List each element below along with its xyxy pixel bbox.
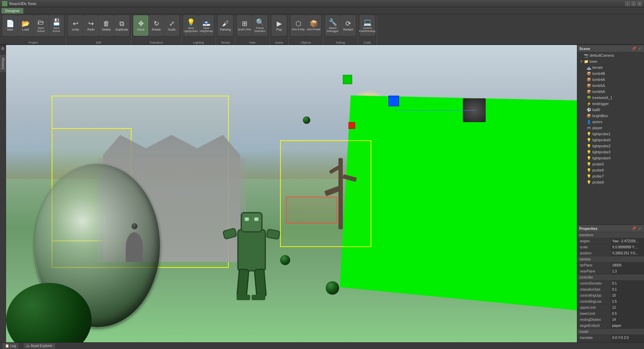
properties-panel-header: Properties 📌 ⤢ xyxy=(577,225,644,232)
town-node-icon: 📁 xyxy=(584,59,589,64)
prop-angles[interactable]: angles Yaw: -2.472209... xyxy=(577,238,644,244)
painting-button[interactable]: 🖌 Painting xyxy=(218,15,233,36)
prop-restingdistance[interactable]: restingDistanc 14 xyxy=(577,317,644,323)
tree-item-defaultcamera[interactable]: 📷 defaultCamera xyxy=(577,52,644,58)
redo-button[interactable]: ↪ Redo xyxy=(84,15,98,36)
tree-item-tomb4b[interactable]: 📦 tomb4B xyxy=(577,70,644,77)
tree-item-lightprobe3[interactable]: 💡 lightprobe3 xyxy=(577,149,644,155)
tree-item-probe6[interactable]: 💡 probe6 xyxy=(577,167,644,173)
tree-item-lightprobe2[interactable]: 💡 lightprobe2 xyxy=(577,143,644,149)
tree-item-brightbox[interactable]: 📦 brightBox xyxy=(577,113,644,119)
tree-item-actors[interactable]: 👤 actors xyxy=(577,119,644,125)
open-scene-button[interactable]: 🗁 Open Scene xyxy=(34,15,48,36)
small-figure xyxy=(126,232,143,262)
tree-item-probe8[interactable]: 💡 probe8 xyxy=(577,179,644,185)
testtrigger-node-icon: ⚡ xyxy=(587,102,591,106)
asset-explorer-tab[interactable]: 🗂 Asset Explorer xyxy=(24,343,55,348)
debug-buttons: 🔧 Attach Debugger ⟳ Restart xyxy=(325,15,356,36)
maximize-button[interactable]: □ xyxy=(631,1,636,6)
prop-position[interactable]: position X:2850.251 Y:6... xyxy=(577,250,644,256)
settings-vertical-tab[interactable]: Settings xyxy=(0,55,6,72)
frame-selection-button[interactable]: 🔍 Frame Selection xyxy=(253,15,267,36)
probe5-node-icon: 💡 xyxy=(587,162,591,166)
svg-rect-8 xyxy=(236,295,250,300)
rotate-button[interactable]: ↻ Rotate xyxy=(149,15,164,36)
robot-character xyxy=(212,182,291,319)
prop-targetentityid[interactable]: targetEntityId player xyxy=(577,323,644,329)
prop-controllinglower[interactable]: controllingLow 2.5 xyxy=(577,299,644,305)
props-expand-button[interactable]: ⤢ xyxy=(637,227,642,230)
load-button[interactable]: 📂 Load xyxy=(18,15,33,36)
prop-lowerlimit[interactable]: lowerLimit 6.5 xyxy=(577,311,644,317)
dark-sphere-1 xyxy=(303,116,310,124)
svg-rect-7 xyxy=(254,269,266,297)
minimize-button[interactable]: − xyxy=(625,1,630,6)
prop-upperlimit[interactable]: upperLimit 12 xyxy=(577,305,644,311)
tree-item-testtrigger[interactable]: ⚡ testtrigger xyxy=(577,101,644,107)
green-plane xyxy=(340,82,577,311)
new-button[interactable]: 📄 New xyxy=(3,15,17,36)
close-button[interactable]: × xyxy=(637,1,642,6)
prop-controllingupper[interactable]: controllingUpp 15 xyxy=(577,293,644,299)
code-buttons: 💻 Launch FlashDevelop xyxy=(360,15,375,36)
terrain-node-icon: 🗻 xyxy=(587,65,591,70)
prop-scale[interactable]: scale X:0.9999999 Y:... xyxy=(577,244,644,250)
launch-flashdevelop-button[interactable]: 💻 Launch FlashDevelop xyxy=(360,15,375,36)
designer-tab[interactable]: Designer xyxy=(1,8,23,14)
prop-model-scale[interactable]: scale X:1 Y:1 Z:1 xyxy=(577,341,644,342)
delete-button[interactable]: 🗑 Delete xyxy=(99,15,114,36)
tomb4b-node-icon: 📦 xyxy=(587,71,591,76)
new-entity-button[interactable]: ⬡ New Entity xyxy=(291,15,306,36)
lightprobe2-node-icon: 💡 xyxy=(587,144,591,148)
prop-farplane[interactable]: farPlane 18000 xyxy=(577,262,644,268)
scene-tree[interactable]: 📷 defaultCamera ▼ 📁 town 🗻 terrain xyxy=(577,52,644,225)
tree-item-ball0[interactable]: ⚽ ball0 xyxy=(577,107,644,113)
save-heightmap-button[interactable]: 🗻 Save Heightmap xyxy=(199,15,214,36)
scene-expand-button[interactable]: ⤢ xyxy=(637,47,642,50)
terrain-buttons: 🖌 Painting xyxy=(218,15,233,36)
svg-rect-9 xyxy=(252,295,265,300)
tree-item-probe7[interactable]: 💡 probe7 xyxy=(577,173,644,179)
lightprobe1-node-icon: 💡 xyxy=(587,132,591,136)
save-scene-button[interactable]: 💾 Save Scene xyxy=(49,15,64,36)
tree-item-lightprobe4[interactable]: 💡 lightprobe4 xyxy=(577,155,644,161)
toolbar-group-objects: ⬡ New Entity 📦 Add Prefab Objects xyxy=(289,15,323,45)
viewport[interactable] xyxy=(6,45,577,342)
restart-button[interactable]: ⟳ Restart xyxy=(341,15,356,36)
log-tab[interactable]: 📋 Log xyxy=(3,343,18,348)
tree-item-tomb4a[interactable]: 📦 tomb4A xyxy=(577,77,644,83)
tree-item-probe5[interactable]: 💡 probe5 xyxy=(577,161,644,167)
tree-item-tomb5a[interactable]: 📦 tomb5A xyxy=(577,83,644,89)
undo-button[interactable]: ↩ Undo xyxy=(68,15,83,36)
tree-item-lightprobe1[interactable]: 💡 lightprobe1 xyxy=(577,131,644,137)
move-button[interactable]: ✥ Move xyxy=(133,15,148,36)
scale-button[interactable]: ⤢ Scale xyxy=(164,15,179,36)
duplicate-button[interactable]: ⧉ Duplicate xyxy=(114,15,129,36)
tree-item-terrain[interactable]: 🗻 terrain xyxy=(577,64,644,70)
prop-nearplane[interactable]: nearPlane 1.3 xyxy=(577,268,644,275)
svg-rect-3 xyxy=(254,217,258,221)
game-buttons: ▶ Play xyxy=(272,15,286,36)
prop-relaxationspeed[interactable]: relaxationSpe 0.1 xyxy=(577,287,644,293)
save-lightprobes-button[interactable]: 💡 Save Lightprobes xyxy=(183,15,198,36)
project-buttons: 📄 New 📂 Load 🗁 Open Scene 💾 Save Scene xyxy=(3,15,64,36)
blue-cube xyxy=(388,96,399,106)
svg-rect-0 xyxy=(238,230,265,270)
toolbar-group-lighting: 💡 Save Lightprobes 🗻 Save Heightmap Ligh… xyxy=(182,15,216,45)
prop-controlsensitivity[interactable]: controlSensitiv 0.1 xyxy=(577,281,644,287)
tree-item-treetwist[interactable]: 🌳 treetwist4_1 xyxy=(577,95,644,101)
add-prefab-button[interactable]: 📦 Add Prefab xyxy=(306,15,321,36)
quad-view-button[interactable]: ⊞ Quad View xyxy=(237,15,252,36)
attach-debugger-button[interactable]: 🔧 Attach Debugger xyxy=(325,15,340,36)
props-pin-button[interactable]: 📌 xyxy=(632,227,636,230)
play-button[interactable]: ▶ Play xyxy=(272,15,286,36)
tree-item-town[interactable]: ▼ 📁 town xyxy=(577,58,644,64)
right-panel: Scene 📌 ⤢ 📷 defaultCamera ▼ 📁 town xyxy=(577,45,644,342)
scene-pin-button[interactable]: 📌 xyxy=(632,47,636,50)
tree-item-player[interactable]: 🎮 player xyxy=(577,125,644,131)
prop-model-translate[interactable]: translate X:0 Y:0 Z:0 xyxy=(577,335,644,341)
settings-gear-icon[interactable]: ⚙ xyxy=(1,46,5,51)
tree-item-tomb6a[interactable]: 📦 tomb6A xyxy=(577,89,644,95)
prop-section-controller: controller xyxy=(577,275,644,281)
tree-item-lightprobe0[interactable]: 💡 lightprobe0 xyxy=(577,137,644,143)
